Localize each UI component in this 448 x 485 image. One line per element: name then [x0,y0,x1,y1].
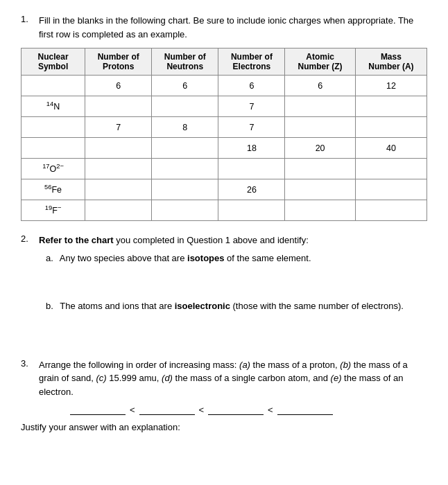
cell-neutrons [152,159,218,179]
col-protons: Number ofProtons [85,48,152,76]
question-1: 1. Fill in the blanks in the following c… [21,14,427,221]
cell-mass-a [355,96,427,117]
cell-atomic-z [285,96,355,117]
cell-atomic-z: 20 [285,138,355,159]
cell-atomic-z [285,179,355,200]
cell-nuclear [21,138,85,159]
q1-text: Fill in the blanks in the following char… [39,14,427,41]
blank-1[interactable] [70,404,126,415]
cell-atomic-z [285,159,355,179]
col-neutrons: Number ofNeutrons [152,48,218,76]
col-electrons: Number ofElectrons [218,48,285,76]
sub-b-text: The atoms and ions that are isoelectroni… [60,301,404,311]
justify-section: Justify your answer with an explanation: [21,422,427,432]
cell-nuclear: 17O2− [21,159,85,179]
q2-text: Refer to the chart you completed in Ques… [39,233,309,247]
cell-electrons [218,159,285,179]
cell-atomic-z [285,117,355,138]
blank-4[interactable] [277,404,333,415]
col-mass-a: MassNumber (A) [355,48,427,76]
cell-mass-a [355,179,427,200]
cell-protons [85,96,152,117]
q3-blanks-line: < < < [46,404,427,415]
col-atomic-z: AtomicNumber (Z) [285,48,355,76]
cell-protons [85,159,152,179]
sub-question-a: a. Any two species above that are isotop… [46,253,427,294]
cell-mass-a [355,117,427,138]
table-row: 14N 7 [21,96,427,117]
sub-a-letter: a. [46,253,53,263]
cell-nuclear [21,76,85,96]
justify-label: Justify your answer with an explanation: [21,422,180,432]
cell-nuclear: 14N [21,96,85,117]
cell-neutrons [152,96,218,117]
question-2: 2. Refer to the chart you completed in Q… [21,233,427,346]
cell-mass-a [355,159,427,179]
blank-3[interactable] [208,404,264,415]
question-3: 3. Arrange the following in order of inc… [21,358,427,433]
cell-mass-a: 12 [355,76,427,96]
cell-protons [85,138,152,159]
cell-atomic-z: 6 [285,76,355,96]
table-row: 6 6 6 6 12 [21,76,427,96]
cell-protons: 7 [85,117,152,138]
cell-neutrons: 8 [152,117,218,138]
blank-placeholder [46,405,66,415]
cell-nuclear: 19F− [21,200,85,221]
cell-mass-a: 40 [355,138,427,159]
cell-nuclear [21,117,85,138]
cell-protons [85,200,152,221]
cell-protons: 6 [85,76,152,96]
cell-electrons: 18 [218,138,285,159]
col-nuclear-symbol: NuclearSymbol [21,48,85,76]
cell-neutrons: 6 [152,76,218,96]
q3-text: Arrange the following in order of increa… [39,358,427,399]
blank-2[interactable] [139,404,195,415]
cell-atomic-z [285,200,355,221]
cell-electrons: 26 [218,179,285,200]
cell-nuclear: 56Fe [21,179,85,200]
sub-question-b: b. The atoms and ions that are isoelectr… [46,301,427,346]
sub-a-text: Any two species above that are isotopes … [60,253,311,263]
q2-refer: Refer to the chart [39,235,114,245]
cell-electrons: 7 [218,96,285,117]
cell-electrons: 6 [218,76,285,96]
sub-b-letter: b. [46,301,53,311]
q3-number: 3. [21,358,33,399]
table-row: 18 20 40 [21,138,427,159]
q2-number: 2. [21,233,33,247]
table-row: 19F− [21,200,427,221]
cell-electrons [218,200,285,221]
cell-neutrons [152,138,218,159]
sub-b-answer-area [46,311,427,346]
cell-mass-a [355,200,427,221]
table-row: 7 8 7 [21,117,427,138]
table-row: 56Fe 26 [21,179,427,200]
cell-neutrons [152,200,218,221]
cell-electrons: 7 [218,117,285,138]
cell-neutrons [152,179,218,200]
cell-protons [85,179,152,200]
q1-number: 1. [21,14,33,41]
element-chart: NuclearSymbol Number ofProtons Number of… [21,48,427,221]
sub-a-answer-area [46,263,427,294]
table-row: 17O2− [21,159,427,179]
